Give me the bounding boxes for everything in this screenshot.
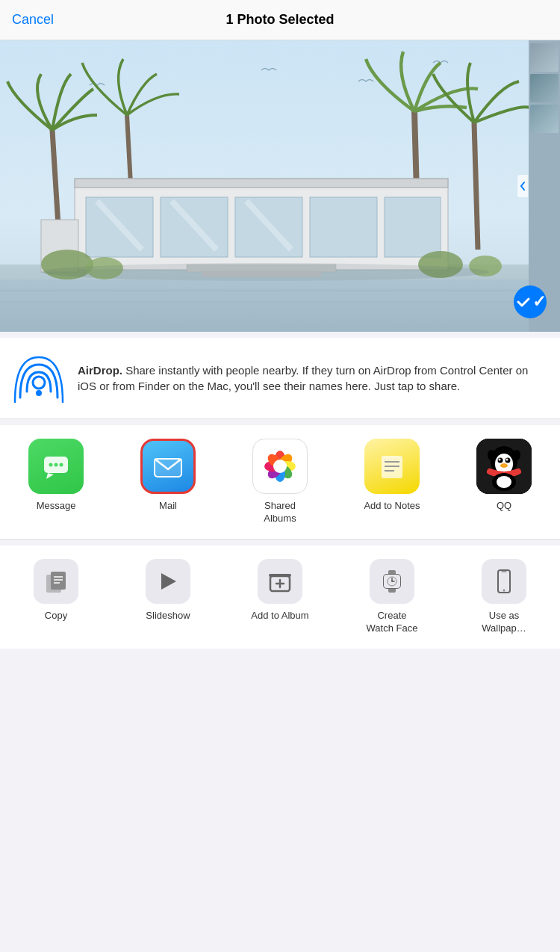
message-icon [28,439,84,494]
share-apps-row: Message Mail [0,425,560,540]
watch-face-action-button[interactable]: Create Watch Face [336,559,448,641]
thumbnail[interactable] [530,43,559,72]
message-label: Message [37,500,76,513]
actions-row: Copy Slideshow Add to Album [0,545,560,649]
svg-rect-24 [0,279,530,332]
main-photo[interactable] [0,40,530,332]
svg-rect-6 [75,179,448,188]
photos-icon [252,439,308,494]
share-message-button[interactable]: Message [0,439,112,519]
notes-icon [364,439,420,494]
svg-marker-67 [161,573,176,590]
share-notes-button[interactable]: Add to Notes [336,439,448,519]
copy-label: Copy [45,610,67,622]
svg-point-32 [60,463,63,467]
shared-albums-label: Shared Albums [264,500,296,525]
qq-label: QQ [497,500,511,513]
svg-point-30 [49,463,53,467]
svg-point-27 [33,377,45,389]
airdrop-section: AirDrop. Share instantly with people nea… [0,338,560,419]
add-to-album-label: Add to Album [251,610,308,622]
svg-rect-69 [269,574,291,577]
page-title: 1 Photo Selected [225,12,334,28]
svg-point-56 [506,459,508,461]
mail-icon [140,439,196,494]
airdrop-icon [12,351,66,405]
slideshow-action-button[interactable]: Slideshow [112,559,224,628]
wallpaper-action-button[interactable]: Use as Wallpap… [448,559,560,641]
svg-rect-11 [310,197,377,257]
navigation-header: Cancel 1 Photo Selected [0,0,560,40]
mail-label: Mail [159,500,177,513]
qq-icon [476,439,532,494]
watch-icon [370,559,414,604]
share-qq-button[interactable]: QQ [448,439,560,519]
svg-point-81 [503,589,505,591]
strip-collapse-button[interactable] [517,175,528,197]
svg-point-23 [41,263,489,281]
svg-point-57 [500,463,508,468]
notes-label: Add to Notes [364,500,420,513]
photo-preview-area [0,40,560,332]
thumbnail[interactable] [530,74,559,102]
copy-icon [34,559,78,604]
watch-face-label: Create Watch Face [367,610,418,635]
share-photos-button[interactable]: Shared Albums [224,439,336,531]
share-mail-button[interactable]: Mail [112,439,224,519]
svg-point-44 [273,460,287,473]
photo-image [0,40,530,332]
svg-point-55 [499,459,501,461]
copy-action-button[interactable]: Copy [0,559,112,628]
selection-badge [514,285,547,318]
svg-rect-80 [500,573,508,588]
cancel-button[interactable]: Cancel [12,12,54,28]
svg-point-58 [488,450,495,460]
slideshow-label: Slideshow [146,610,190,622]
wallpaper-icon [482,559,526,604]
svg-point-59 [513,450,520,460]
svg-rect-12 [385,197,441,257]
thumbnail[interactable] [530,105,559,133]
add-to-album-action-button[interactable]: Add to Album [224,559,336,628]
svg-line-5 [474,123,478,250]
slideshow-icon [146,559,190,604]
svg-point-61 [497,476,511,488]
svg-rect-63 [51,572,66,590]
svg-point-28 [36,390,42,396]
svg-point-31 [55,463,58,467]
add-album-icon [258,559,302,604]
airdrop-description: AirDrop. Share instantly with people nea… [78,362,548,394]
wallpaper-label: Use as Wallpap… [482,610,526,635]
